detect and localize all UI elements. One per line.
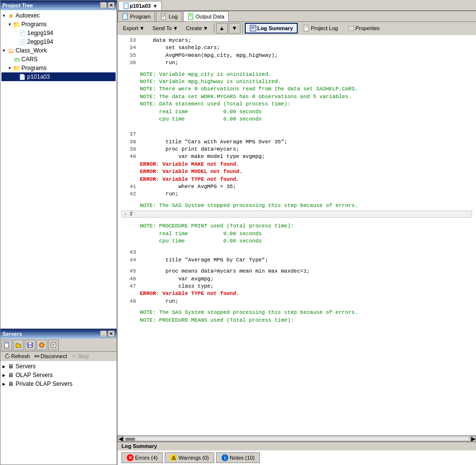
minimize-button[interactable]: _ — [100, 2, 107, 9]
log-line: 42 run; — [121, 190, 472, 198]
log-line-text: real time 0.00 seconds — [140, 108, 262, 116]
log-line-number — [121, 176, 136, 183]
save-icon[interactable] — [25, 340, 35, 350]
send-to-button[interactable]: Send To ▼ — [149, 24, 182, 33]
open-icon[interactable] — [13, 340, 24, 350]
log-line: NOTE: PROCEDURE PRINT used (Total proces… — [121, 223, 472, 230]
autoexec-icon: ◈ — [7, 12, 15, 19]
export-dropdown-icon: ▼ — [139, 25, 145, 31]
log-line: NOTE: The data set WORK.MYCARS has 0 obs… — [121, 93, 472, 101]
errors-button[interactable]: ✕ Errors (4) — [121, 452, 163, 463]
log-hscroll[interactable]: ◀ ▶ — [118, 435, 476, 441]
tree-item-autoexec[interactable]: ▼ ◈ Autoexec — [1, 11, 116, 20]
log-line-number: 46 — [121, 276, 136, 283]
properties-icon[interactable]: i — [36, 340, 47, 350]
tree-item-cars[interactable]: 🗃 CARS — [1, 55, 116, 64]
folder-open-icon: 🗂 — [7, 47, 15, 54]
tree-item-1egpg194[interactable]: 📄 1egpg194 — [1, 29, 116, 37]
output-tab-icon — [187, 13, 194, 20]
notes-button[interactable]: i Notes (10) — [216, 452, 260, 463]
tree-item-servers[interactable]: ▶ 🖥 Servers — [1, 362, 116, 371]
titlebar-buttons: _ ✕ — [100, 2, 115, 9]
tree-item-class-work[interactable]: ▼ 🗂 Class_Work — [1, 46, 116, 55]
create-button[interactable]: Create ▼ — [183, 24, 212, 33]
project-tree-panel: Project Tree _ ✕ ▼ ◈ Autoexec — [0, 0, 118, 329]
tree-item-p101a03[interactable]: 📄 p101a03 — [1, 72, 116, 81]
tree-label: Servers — [16, 363, 35, 370]
project-log-button[interactable]: Project Log — [299, 23, 342, 33]
log-line: cpu time 0.00 seconds — [121, 116, 472, 123]
tree-item-2egpg194[interactable]: 📄 2egpg194 — [1, 37, 116, 46]
properties-button[interactable]: Properties — [343, 23, 384, 33]
log-line-text: NOTE: The SAS System stopped processing … — [140, 309, 358, 316]
sub-tab-label: Log — [169, 14, 177, 19]
up-button[interactable]: ▲ — [216, 23, 228, 34]
sub-tab-program[interactable]: Program — [118, 11, 155, 21]
close-button[interactable]: ✕ — [108, 2, 115, 9]
svg-rect-4 — [29, 345, 32, 347]
warnings-button[interactable]: ⚠ Warnings (0) — [165, 452, 214, 463]
log-line: NOTE: The SAS System stopped processing … — [121, 309, 472, 316]
program-icon: 📄 — [18, 38, 26, 46]
sub-tab-output[interactable]: Output Data — [183, 11, 229, 21]
expand-icon — [13, 31, 18, 35]
log-line: NOTE: PROCEDURE MEANS used (Total proces… — [121, 317, 472, 324]
log-line: real time 0.00 seconds — [121, 108, 472, 116]
stop-icon — [71, 353, 77, 359]
log-line-number — [121, 108, 136, 116]
log-line-number — [121, 78, 136, 86]
scroll-thumb[interactable] — [125, 438, 135, 441]
log-line-text: title "Average MPG by Car Type"; — [140, 257, 268, 264]
tree-item-programs2[interactable]: ▼ 📁 Programs — [1, 64, 116, 72]
export-button[interactable]: Export ▼ — [119, 24, 148, 33]
sub-tab-log[interactable]: Log — [156, 11, 182, 21]
log-empty-line — [121, 67, 472, 71]
send-to-dropdown-icon: ▼ — [173, 25, 178, 31]
datasource-icon: 🗃 — [13, 55, 20, 63]
log-line-text: var avgmpg; — [140, 276, 214, 283]
log-line: 34 set sashelp.cars; — [121, 44, 472, 52]
log-summary-button[interactable]: Log Summary — [245, 23, 298, 34]
log-tab-icon — [160, 13, 167, 20]
tree-item-olap[interactable]: ▶ 🖥 OLAP Servers — [1, 371, 116, 379]
log-content[interactable]: 33 data mycars;34 set sashelp.cars;35 Av… — [118, 35, 476, 435]
log-line: 33 data mycars; — [121, 37, 472, 44]
stop-button[interactable]: Stop — [69, 353, 91, 360]
down-button[interactable]: ▼ — [229, 23, 240, 34]
tree-item-programs1[interactable]: ▼ 📁 Programs — [1, 20, 116, 29]
scroll-left-btn[interactable]: ◀ — [118, 436, 123, 442]
scroll-track[interactable] — [124, 437, 469, 441]
log-empty-line — [121, 127, 472, 131]
log-line-number: 35 — [121, 52, 136, 59]
tree-label: 1egpg194 — [27, 30, 53, 36]
expand-icon: ▶ — [1, 364, 6, 369]
expand-icon — [13, 74, 18, 79]
new-icon[interactable] — [1, 340, 12, 350]
sub-tab-label: Output Data — [196, 14, 224, 19]
svg-rect-18 — [123, 14, 127, 19]
minimize-button[interactable]: _ — [100, 330, 107, 337]
log-empty-line — [121, 264, 472, 268]
log-line-number — [121, 168, 136, 175]
log-line: ERROR: Variable MAKE not found. — [121, 161, 472, 168]
separator — [214, 23, 214, 33]
log-line-text: var make model type avgmpg; — [140, 153, 265, 160]
log-line: 39 proc print data=mycars; — [121, 146, 472, 153]
log-line-text: where AvgMPG > 35; — [140, 183, 236, 190]
log-line-number — [121, 309, 136, 316]
refresh-label: Refresh — [11, 353, 30, 359]
tree-item-private-olap[interactable]: ▶ 🖥 Private OLAP Servers — [1, 379, 116, 388]
editor-tab-p101a03[interactable]: p101a03 ▼ — [119, 1, 162, 10]
log-line: ERROR: Variable MODEL not found. — [121, 168, 472, 175]
log-line-text: NOTE: There were 0 observations read fro… — [140, 86, 358, 93]
log-line: 36 run; — [121, 59, 472, 67]
tree-label: Programs — [21, 21, 47, 28]
log-line-text: ERROR: Variable TYPE not found. — [140, 176, 239, 183]
log-icon[interactable] — [48, 340, 59, 350]
collapse-indicator[interactable]: - 2 — [121, 210, 472, 218]
log-line-text: NOTE: The SAS System stopped processing … — [140, 202, 358, 209]
scroll-right-btn[interactable]: ▶ — [470, 436, 476, 442]
refresh-button[interactable]: Refresh — [2, 353, 32, 360]
disconnect-button[interactable]: Disconnect — [32, 353, 69, 360]
close-button[interactable]: ✕ — [108, 330, 115, 337]
